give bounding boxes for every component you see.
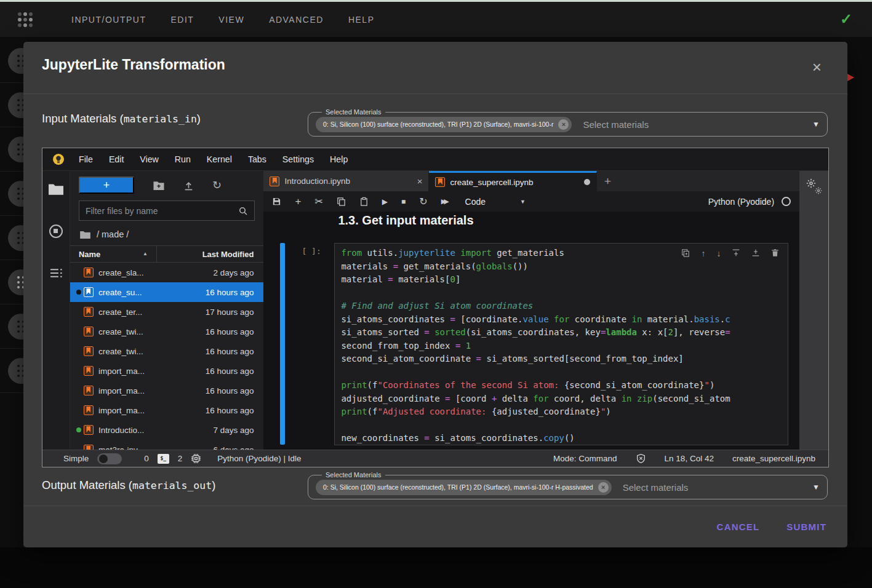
code-line: print(f"Adjusted coordinate: {adjusted_c… [341, 405, 782, 419]
notebook-file-icon [84, 307, 94, 317]
jupyter-menu-view[interactable]: View [132, 154, 167, 164]
code-editor[interactable]: from utils.jupyterlite import get_materi… [335, 244, 788, 445]
move-cell-down-icon[interactable]: ↓ [716, 248, 721, 258]
jupyter-menu-run[interactable]: Run [167, 154, 199, 164]
file-row[interactable]: create_twi...16 hours ago [70, 341, 264, 361]
kernel-status-icon[interactable] [782, 197, 791, 206]
tab-introduction[interactable]: Introduction.ipynb × [263, 171, 429, 191]
file-row[interactable]: create_ter...17 hours ago [70, 302, 264, 322]
add-cell-icon[interactable]: + [295, 196, 301, 208]
input-material-chip[interactable]: 0: Si, Silicon (100) surface (reconstruc… [316, 117, 572, 132]
cell-action-toolbar: ↑ ↓ [681, 248, 779, 258]
output-material-chip[interactable]: 0: Si, Silicon (100) surface (reconstruc… [316, 480, 612, 495]
new-launcher-button[interactable]: + [79, 177, 134, 194]
simple-mode-toggle[interactable] [97, 453, 122, 464]
restart-run-all-icon[interactable]: ▶▶ [441, 197, 449, 205]
code-line: second_from_top_index = 1 [341, 340, 782, 353]
tab-create-supercell[interactable]: create_supercell.ipynb [429, 171, 597, 191]
copy-icon[interactable] [337, 197, 346, 206]
upload-icon[interactable] [183, 180, 194, 191]
file-row[interactable]: Introductio...7 days ago [70, 420, 264, 440]
tab-label: create_supercell.ipynb [450, 178, 533, 187]
rail-divider [0, 304, 23, 304]
terminal-icon[interactable]: $_ [158, 454, 169, 464]
cell-prompt: [ ]: [302, 247, 321, 256]
app-menu-edit[interactable]: EDIT [170, 15, 194, 25]
app-menu-help[interactable]: HELP [348, 15, 375, 25]
jupyter-menu-settings[interactable]: Settings [274, 154, 322, 164]
close-icon[interactable]: × [812, 59, 822, 75]
table-of-contents-icon[interactable] [49, 268, 63, 279]
jupyter-menu-edit[interactable]: Edit [101, 154, 132, 164]
notebook-file-icon [84, 346, 94, 356]
file-browser-icon[interactable] [49, 183, 63, 195]
filter-files-input[interactable]: Filter files by name [79, 201, 255, 221]
check-icon[interactable]: ✓ [840, 10, 852, 28]
file-modified: 16 hours ago [206, 327, 264, 336]
interrupt-kernel-icon[interactable]: ■ [401, 197, 406, 206]
cpu-icon[interactable] [191, 453, 201, 464]
code-cell[interactable]: from utils.jupyterlite import get_materi… [334, 243, 788, 445]
cursor-position[interactable]: Ln 18, Col 42 [665, 454, 714, 463]
dropdown-arrow-icon[interactable]: ▼ [812, 483, 820, 491]
kernel-status-text[interactable]: Python (Pyodide) | Idle [217, 454, 301, 463]
file-row[interactable]: create_twi...16 hours ago [70, 322, 264, 341]
move-cell-up-icon[interactable]: ↑ [701, 248, 705, 258]
property-inspector-gear-icon[interactable] [806, 178, 822, 194]
kernel-name[interactable]: Python (Pyodide) [708, 197, 774, 207]
breadcrumb[interactable]: / made / [70, 223, 264, 245]
new-tab-button[interactable]: + [597, 171, 618, 191]
active-cell-indicator[interactable] [280, 243, 285, 445]
output-chip-label: 0: Si, Silicon (100) surface (reconstruc… [323, 483, 593, 491]
file-modified: 2 days ago [213, 268, 263, 277]
run-cell-icon[interactable]: ▶ [382, 197, 388, 206]
refresh-icon[interactable]: ↻ [212, 178, 222, 192]
restart-kernel-icon[interactable]: ↻ [419, 196, 427, 207]
submit-button[interactable]: SUBMIT [786, 522, 826, 532]
sort-ascending-icon[interactable]: ▲ [143, 251, 148, 256]
file-row[interactable]: import_ma...16 hours ago [70, 381, 264, 400]
cell-type-select[interactable]: Code [465, 197, 486, 207]
new-folder-icon[interactable] [153, 180, 165, 191]
app-menu: INPUT/OUTPUTEDITVIEWADVANCEDHELP [71, 15, 374, 25]
dropdown-arrow-icon[interactable]: ▼ [812, 120, 820, 129]
cancel-button[interactable]: CANCEL [717, 522, 760, 532]
file-row[interactable]: create_su...16 hours ago [70, 282, 264, 302]
file-row[interactable]: import_ma...16 hours ago [70, 361, 264, 381]
input-materials-label: Input Materials (materials_in) [42, 112, 201, 125]
file-row[interactable]: import_ma...16 hours ago [70, 400, 264, 420]
paste-icon[interactable] [359, 197, 369, 206]
save-icon[interactable] [272, 197, 281, 206]
delete-cell-icon[interactable] [771, 248, 779, 258]
input-select-materials-input[interactable]: Select materials [583, 119, 649, 130]
jupyter-menu-kernel[interactable]: Kernel [199, 154, 240, 164]
app-menu-advanced[interactable]: ADVANCED [269, 15, 324, 25]
column-name[interactable]: Name [79, 250, 100, 259]
app-menu-view[interactable]: VIEW [218, 15, 244, 25]
file-name: create_sla... [98, 268, 144, 277]
chip-remove-icon[interactable]: × [558, 119, 569, 130]
app-menu-input-output[interactable]: INPUT/OUTPUT [71, 15, 146, 25]
running-kernels-icon[interactable] [49, 224, 63, 238]
insert-cell-above-icon[interactable] [732, 248, 740, 258]
insert-cell-below-icon[interactable] [751, 248, 760, 258]
tab-close-icon[interactable]: × [417, 176, 423, 186]
trust-shield-icon[interactable] [636, 453, 646, 464]
column-last-modified[interactable]: Last Modified [202, 250, 254, 259]
file-name: create_su... [98, 288, 142, 297]
jupyter-menu-help[interactable]: Help [322, 154, 356, 164]
jupyter-menu-file[interactable]: File [71, 154, 101, 164]
input-label-code: materials_in [124, 113, 197, 125]
mode-indicator[interactable]: Mode: Command [553, 454, 617, 463]
output-select-materials-input[interactable]: Select materials [623, 482, 689, 493]
jupyter-menu-tabs[interactable]: Tabs [240, 154, 274, 164]
file-row[interactable]: create_sla...2 days ago [70, 263, 264, 282]
right-sidebar [799, 171, 828, 451]
code-line [341, 366, 782, 379]
notebook-content: 1.3. Get input materials [ ]: from utils… [263, 212, 799, 451]
duplicate-cell-icon[interactable] [681, 248, 690, 258]
chevron-down-icon: ▼ [520, 199, 526, 205]
cut-icon[interactable]: ✂ [314, 196, 322, 207]
status-filename[interactable]: create_supercell.ipynb [732, 454, 815, 463]
chip-remove-icon[interactable]: × [598, 482, 609, 493]
